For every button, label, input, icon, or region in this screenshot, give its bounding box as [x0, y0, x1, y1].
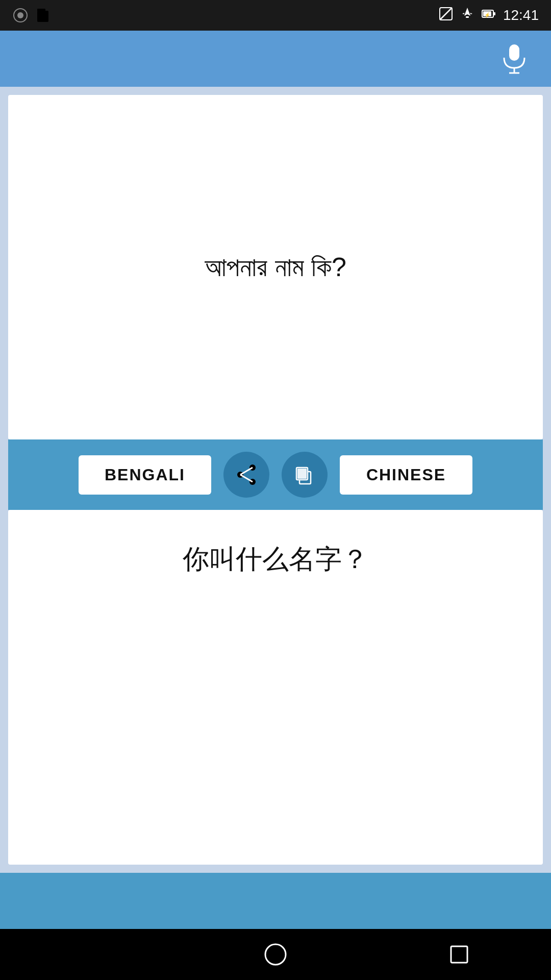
- app-toolbar: [0, 31, 551, 87]
- status-time: 12:41: [503, 7, 539, 23]
- svg-rect-2: [37, 11, 48, 22]
- recents-button[interactable]: [439, 934, 480, 975]
- share-button[interactable]: [223, 452, 269, 498]
- nav-bar: [0, 929, 551, 980]
- svg-rect-8: [493, 12, 495, 15]
- svg-line-5: [440, 8, 452, 20]
- source-text-panel[interactable]: আপনার নাম কি?: [8, 95, 543, 439]
- back-button[interactable]: [71, 934, 112, 975]
- svg-marker-22: [85, 946, 99, 963]
- language-bar: BENGALI CHINESE: [8, 439, 543, 510]
- home-button[interactable]: [255, 934, 296, 975]
- target-text-panel[interactable]: 你叫什么名字？: [8, 510, 543, 865]
- svg-point-1: [17, 12, 23, 18]
- svg-point-23: [265, 944, 286, 965]
- source-language-button[interactable]: BENGALI: [79, 455, 211, 495]
- target-text: 你叫什么名字？: [183, 541, 368, 578]
- battery-icon: ⚡: [482, 7, 496, 24]
- status-left-icons: [12, 7, 51, 23]
- copy-button[interactable]: [282, 452, 328, 498]
- bottom-bar: [0, 873, 551, 929]
- svg-rect-6: [466, 16, 469, 18]
- svg-text:⚡: ⚡: [484, 12, 491, 18]
- main-content: আপনার নাম কি? BENGALI CHINESE 你叫什么名: [0, 87, 551, 873]
- status-right-icons: ⚡ 12:41: [439, 7, 539, 24]
- microphone-button[interactable]: [498, 42, 531, 75]
- svg-line-17: [240, 468, 253, 475]
- svg-rect-24: [451, 946, 467, 963]
- sd-card-icon: [35, 7, 51, 23]
- svg-line-18: [240, 475, 253, 482]
- svg-rect-11: [509, 44, 519, 61]
- svg-rect-3: [37, 9, 45, 12]
- svg-rect-21: [297, 469, 307, 479]
- airplane-icon: [460, 7, 474, 24]
- no-sim-icon: [439, 7, 453, 24]
- clock-icon: [12, 7, 29, 23]
- source-text: আপনার নাম কি?: [205, 249, 346, 286]
- target-language-button[interactable]: CHINESE: [340, 455, 472, 495]
- status-bar: ⚡ 12:41: [0, 0, 551, 31]
